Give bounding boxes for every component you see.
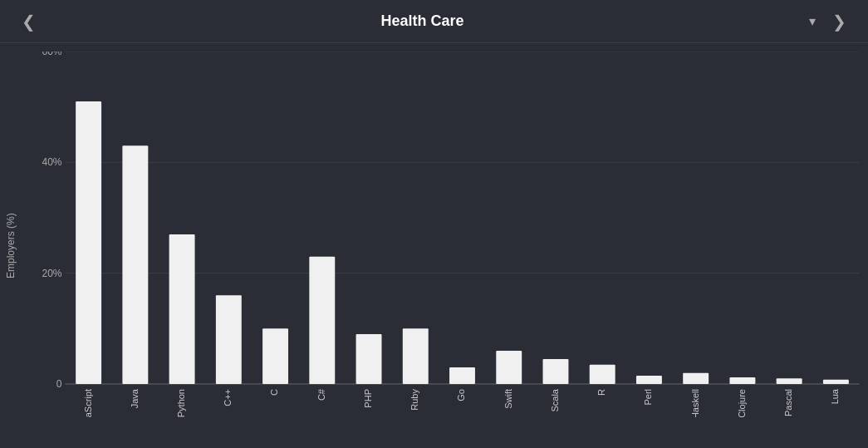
svg-text:Lua: Lua	[830, 388, 840, 404]
svg-text:C#: C#	[316, 388, 326, 401]
svg-text:Go: Go	[456, 389, 466, 401]
svg-text:R: R	[596, 389, 606, 396]
svg-text:PHP: PHP	[363, 389, 373, 408]
svg-text:40%: 40%	[42, 156, 61, 168]
svg-rect-40	[823, 380, 849, 384]
svg-text:Java: Java	[130, 388, 140, 408]
svg-rect-20	[356, 334, 382, 384]
svg-rect-26	[496, 351, 522, 384]
svg-rect-32	[636, 376, 662, 384]
svg-rect-8	[76, 101, 101, 384]
svg-text:JavaScript: JavaScript	[83, 389, 93, 417]
svg-text:C: C	[269, 389, 279, 396]
svg-text:Scala: Scala	[550, 388, 560, 411]
svg-text:Swift: Swift	[503, 389, 513, 409]
chart-inner: 60%40%20%0JavaScriptJavaPythonC++CC#PHPR…	[28, 52, 860, 440]
svg-text:Pascal: Pascal	[783, 389, 793, 416]
svg-rect-34	[683, 373, 709, 384]
svg-text:Clojure: Clojure	[737, 389, 747, 417]
svg-text:Haskell: Haskell	[690, 389, 700, 417]
svg-rect-30	[590, 365, 615, 384]
svg-rect-28	[543, 359, 569, 384]
prev-button[interactable]: ❮	[13, 8, 44, 35]
svg-rect-16	[262, 328, 288, 384]
svg-rect-24	[449, 367, 475, 384]
svg-rect-14	[216, 295, 242, 384]
svg-rect-38	[777, 378, 802, 384]
svg-rect-22	[403, 328, 429, 384]
next-button[interactable]: ❯	[824, 8, 855, 35]
header: ❮ Health Care ▾ ❯	[0, 0, 868, 43]
svg-text:Ruby: Ruby	[409, 389, 419, 411]
svg-rect-12	[169, 234, 195, 384]
svg-rect-18	[309, 257, 335, 384]
svg-text:0: 0	[56, 378, 62, 390]
chart-area: Employers (%) 60%40%20%0JavaScriptJavaPy…	[0, 43, 868, 448]
y-axis-label: Employers (%)	[5, 52, 28, 440]
app-container: ❮ Health Care ▾ ❯ Employers (%) 60%40%20…	[0, 0, 868, 448]
svg-text:Python: Python	[176, 389, 186, 417]
dropdown-button[interactable]: ▾	[801, 10, 824, 32]
svg-rect-10	[122, 145, 148, 384]
svg-text:60%: 60%	[42, 52, 61, 57]
svg-text:C++: C++	[223, 389, 233, 406]
svg-rect-36	[729, 377, 755, 384]
page-title: Health Care	[44, 12, 801, 30]
svg-text:20%: 20%	[42, 268, 61, 279]
svg-text:Perl: Perl	[643, 389, 653, 406]
